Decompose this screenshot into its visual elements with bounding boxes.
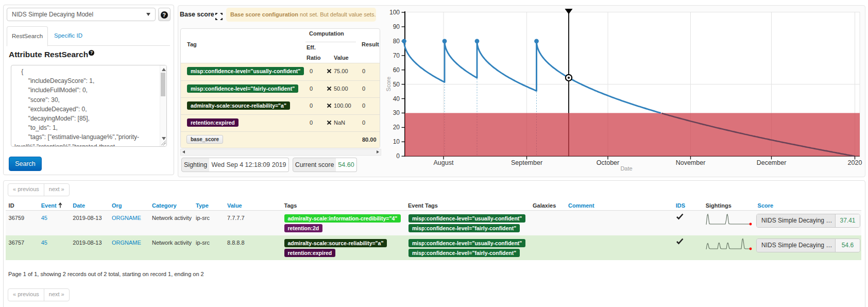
svg-text:90: 90	[393, 23, 400, 30]
svg-text:30: 30	[393, 109, 400, 116]
svg-text:2020: 2020	[848, 159, 862, 166]
svg-text:0: 0	[396, 152, 400, 160]
svg-text:November: November	[676, 159, 706, 166]
svg-text:50: 50	[393, 81, 400, 88]
svg-text:October: October	[597, 159, 619, 166]
svg-text:80: 80	[393, 38, 400, 45]
svg-text:60: 60	[393, 66, 400, 74]
svg-text:September: September	[511, 159, 542, 166]
svg-text:70: 70	[393, 52, 400, 59]
svg-text:10: 10	[393, 138, 400, 145]
svg-text:Score: Score	[385, 77, 392, 92]
svg-text:December: December	[757, 159, 787, 166]
svg-text:Date: Date	[620, 165, 632, 172]
svg-text:40: 40	[393, 95, 400, 103]
svg-text:20: 20	[393, 124, 400, 131]
svg-text:100: 100	[389, 9, 400, 16]
svg-text:August: August	[434, 159, 454, 166]
